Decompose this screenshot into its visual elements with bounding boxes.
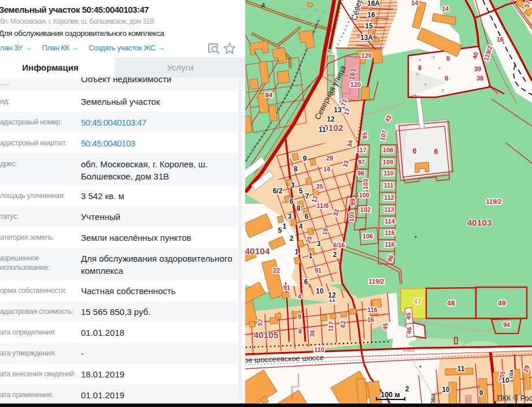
svg-text:А: А [261, 2, 265, 9]
svg-text:16: 16 [367, 11, 375, 19]
svg-text:6: 6 [434, 147, 438, 156]
svg-text:ПКК © Росреестр: ПКК © Росреестр [497, 394, 532, 402]
svg-text:6: 6 [304, 278, 308, 286]
svg-text:6/2: 6/2 [273, 187, 283, 195]
svg-text:120: 120 [350, 81, 361, 88]
svg-text:7: 7 [305, 192, 309, 200]
svg-text:116: 116 [367, 306, 378, 313]
svg-text:9: 9 [479, 389, 483, 397]
svg-text:5: 5 [278, 226, 282, 234]
svg-text:15: 15 [365, 22, 373, 30]
svg-text:9: 9 [303, 155, 307, 163]
svg-text:36: 36 [308, 329, 316, 337]
svg-text:1: 1 [309, 252, 313, 260]
svg-text:8: 8 [294, 165, 298, 173]
svg-text:120: 120 [361, 52, 372, 59]
svg-text:45: 45 [381, 322, 389, 330]
svg-text:91: 91 [315, 267, 322, 274]
svg-text:48: 48 [447, 299, 455, 307]
svg-text:100: 100 [359, 192, 370, 199]
svg-text:8: 8 [297, 204, 301, 212]
svg-text:13А: 13А [360, 34, 373, 42]
svg-text:39: 39 [474, 65, 481, 72]
svg-text:8: 8 [298, 328, 302, 335]
svg-text:12: 12 [328, 291, 336, 299]
svg-text:114: 114 [385, 218, 396, 225]
svg-text:12: 12 [327, 115, 335, 123]
svg-text:9: 9 [298, 313, 301, 320]
svg-text:117: 117 [327, 321, 335, 332]
svg-text:91: 91 [283, 284, 290, 291]
svg-text:109: 109 [383, 159, 393, 166]
svg-text:97: 97 [358, 159, 365, 166]
svg-text:98: 98 [357, 170, 364, 177]
svg-text:5: 5 [299, 187, 303, 195]
svg-text:113: 113 [384, 206, 394, 213]
svg-text:61623: 61623 [403, 348, 415, 352]
svg-text:46: 46 [405, 327, 412, 334]
svg-text:2: 2 [333, 251, 337, 259]
svg-text:4: 4 [299, 222, 303, 230]
svg-text:10: 10 [442, 386, 450, 394]
svg-text:3: 3 [317, 240, 321, 248]
svg-text:116: 116 [385, 241, 395, 248]
svg-text:11/8: 11/8 [317, 202, 329, 209]
svg-text:10: 10 [316, 287, 324, 295]
svg-text:8: 8 [418, 64, 422, 71]
svg-text:6: 6 [412, 146, 416, 155]
svg-text:3: 3 [291, 181, 295, 189]
svg-text:119/2: 119/2 [369, 278, 385, 285]
svg-text:100 м: 100 м [380, 391, 400, 399]
svg-text:57: 57 [256, 318, 264, 327]
svg-text:95: 95 [361, 132, 368, 139]
svg-text:3: 3 [288, 212, 292, 221]
svg-text:8: 8 [446, 55, 450, 62]
svg-text:49: 49 [498, 299, 506, 307]
svg-text:1: 1 [283, 222, 287, 230]
svg-text:6: 6 [290, 197, 294, 206]
svg-text:101: 101 [348, 211, 355, 222]
svg-text:112: 112 [384, 194, 394, 201]
svg-text:14: 14 [442, 5, 449, 12]
svg-text:38: 38 [476, 75, 483, 82]
svg-text:94: 94 [503, 321, 511, 328]
svg-text:16А: 16А [367, 0, 380, 8]
svg-text:8: 8 [445, 75, 448, 82]
svg-text:111: 111 [383, 182, 393, 189]
svg-text:115: 115 [385, 229, 395, 236]
svg-text:22: 22 [273, 267, 280, 274]
svg-text:102: 102 [360, 206, 371, 213]
svg-text:14: 14 [323, 166, 331, 173]
svg-text:16: 16 [497, 36, 504, 43]
svg-text:10: 10 [501, 376, 509, 384]
svg-text:40104: 40104 [245, 246, 270, 256]
svg-text:6: 6 [305, 212, 309, 221]
svg-text:13: 13 [334, 106, 342, 114]
svg-text:4/16: 4/16 [332, 241, 345, 248]
svg-text:106: 106 [363, 233, 373, 240]
svg-text:29: 29 [326, 155, 333, 162]
svg-text:1: 1 [295, 248, 299, 256]
svg-text:117: 117 [356, 146, 367, 153]
svg-text:40103: 40103 [467, 218, 492, 228]
svg-text:11: 11 [457, 365, 465, 373]
svg-text:47: 47 [413, 298, 422, 306]
svg-text:32: 32 [332, 208, 340, 217]
svg-text:45: 45 [404, 312, 412, 320]
svg-text:40105: 40105 [253, 330, 278, 340]
svg-text:84: 84 [265, 91, 273, 98]
svg-text:2: 2 [290, 234, 294, 243]
svg-text:14: 14 [411, 0, 419, 6]
svg-text:25: 25 [316, 183, 323, 190]
svg-text:108: 108 [383, 146, 393, 153]
svg-text:110: 110 [314, 346, 324, 353]
svg-text:11: 11 [319, 126, 326, 134]
svg-text:99: 99 [349, 199, 356, 206]
svg-text:62: 62 [339, 320, 346, 328]
svg-text:119/2: 119/2 [486, 198, 502, 205]
svg-text:4: 4 [298, 293, 302, 300]
svg-text:110: 110 [383, 170, 394, 177]
svg-text:2: 2 [405, 385, 409, 393]
svg-text:16: 16 [367, 316, 374, 323]
svg-text:19: 19 [321, 228, 329, 236]
